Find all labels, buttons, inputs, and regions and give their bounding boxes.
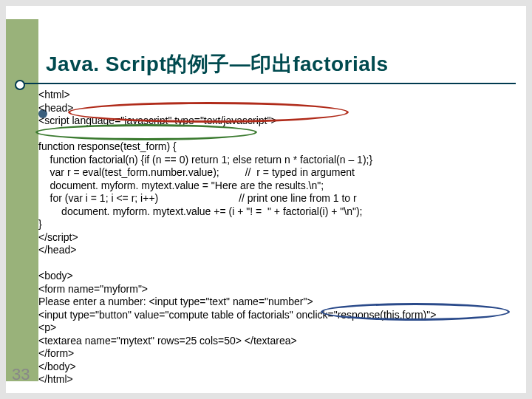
code-line: <input type="button" value="compute tabl… (38, 309, 436, 321)
code-line: <p> (38, 321, 56, 333)
code-line: document. myform. mytext.value += (i + "… (38, 205, 362, 217)
code-line: function factorial(n) {if (n == 0) retur… (38, 154, 372, 166)
code-line: <form name="myform"> (38, 283, 148, 295)
code-line: </form> (38, 347, 74, 359)
page-number: 33 (12, 365, 30, 384)
side-accent-bar (6, 19, 38, 381)
code-line: var r = eval(test_form.number.value); //… (38, 166, 355, 178)
title-underline (16, 83, 516, 84)
code-line: </html> (38, 373, 73, 385)
code-line: Please enter a number: <input type="text… (38, 296, 313, 307)
code-line: <head> (38, 102, 74, 114)
slide-title: Java. Script的例子—印出factorials (46, 50, 389, 78)
code-line: <html> (38, 89, 70, 100)
code-line: </script> (38, 231, 78, 243)
code-line: <script language="javascript" type="text… (38, 115, 277, 126)
code-block: <html> <head> <script language="javascri… (38, 89, 436, 386)
code-line: } (38, 218, 42, 230)
code-line: function response(test_form) { (38, 140, 177, 152)
code-line: for (var i = 1; i <= r; i++) // print on… (38, 192, 357, 204)
code-line: <textarea name="mytext" rows=25 cols=50>… (38, 335, 297, 347)
slide: Java. Script的例子—印出factorials <html> <hea… (6, 6, 526, 393)
code-line: <body> (38, 270, 73, 282)
code-line: document. myform. mytext.value = "Here a… (38, 180, 324, 191)
code-line: </body> (38, 361, 76, 372)
code-line: </head> (38, 244, 76, 256)
